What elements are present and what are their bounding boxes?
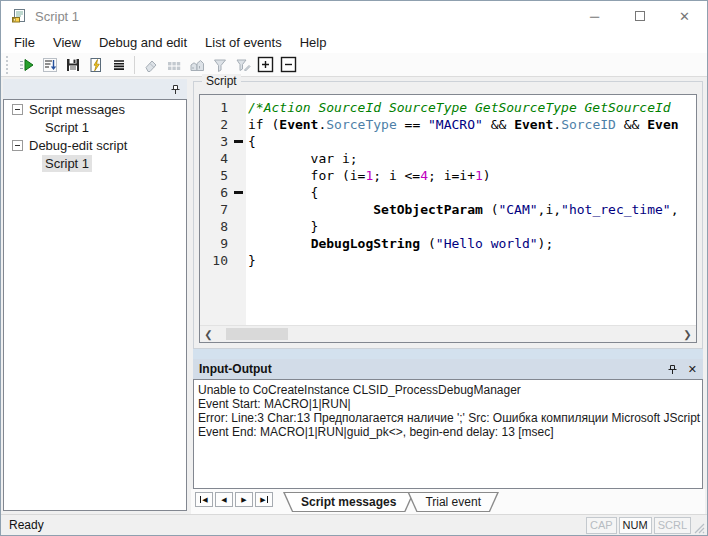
close-panel-icon[interactable]: ✕ bbox=[688, 364, 697, 375]
line-number: 7 bbox=[200, 201, 228, 218]
code-text: } bbox=[248, 218, 696, 235]
line-number: 4 bbox=[200, 150, 228, 167]
fold-margin bbox=[228, 116, 248, 133]
code-line[interactable]: 4 var i; bbox=[200, 150, 696, 167]
output-log[interactable]: Unable to CoCreateInstance CLSID_Process… bbox=[193, 379, 703, 489]
toolbar-grip[interactable] bbox=[6, 56, 11, 74]
code-editor[interactable]: 1/*Action SourceId SourceType GetSourceT… bbox=[199, 94, 697, 343]
fold-collapse-icon[interactable] bbox=[228, 133, 248, 150]
line-number: 9 bbox=[200, 235, 228, 252]
tab-script-messages[interactable]: Script messages bbox=[283, 492, 414, 512]
panel-splitter[interactable] bbox=[193, 349, 703, 359]
fold-margin bbox=[228, 201, 248, 218]
resize-grip-icon[interactable] bbox=[691, 517, 705, 534]
code-line[interactable]: 2if (Event.SorceType == "MACRO" && Event… bbox=[200, 116, 696, 133]
fold-margin bbox=[228, 167, 248, 184]
fold-margin bbox=[228, 99, 248, 116]
tree-item-script-1[interactable]: Script 1 bbox=[4, 154, 186, 172]
app-icon bbox=[11, 8, 27, 24]
pin-icon[interactable] bbox=[170, 84, 181, 95]
status-text: Ready bbox=[9, 518, 44, 532]
scroll-left-icon[interactable]: ❮ bbox=[200, 326, 217, 343]
code-text: /*Action SourceId SourceType GetSourceTy… bbox=[248, 99, 696, 116]
go-first-tab-button[interactable]: ◀ bbox=[195, 492, 213, 507]
go-next-tab-button[interactable]: ▶ bbox=[235, 492, 253, 507]
code-line[interactable]: 8 } bbox=[200, 218, 696, 235]
output-tabs: Script messagesTrial event bbox=[283, 492, 492, 512]
line-number: 1 bbox=[200, 99, 228, 116]
tree-item-script-1[interactable]: Script 1 bbox=[4, 118, 186, 136]
code-line[interactable]: 3{ bbox=[200, 133, 696, 150]
go-previous-tab-button[interactable]: ◀ bbox=[215, 492, 233, 507]
save-button[interactable] bbox=[61, 54, 84, 76]
status-indicators: CAPNUMSCRL bbox=[586, 517, 691, 534]
menu-item-list-of-events[interactable]: List of events bbox=[196, 33, 291, 52]
fold-margin bbox=[228, 235, 248, 252]
grid-button-disabled[interactable] bbox=[162, 54, 185, 76]
tree-item-debug-edit-script[interactable]: Debug-edit script bbox=[4, 136, 186, 154]
output-log-line: Event Start: MACRO|1|RUN| bbox=[198, 397, 698, 411]
line-number: 5 bbox=[200, 167, 228, 184]
maximize-button[interactable] bbox=[617, 1, 662, 31]
title-bar: Script 1 ─ ✕ bbox=[1, 1, 707, 31]
tab-trial-event[interactable]: Trial event bbox=[407, 492, 499, 512]
code-line[interactable]: 9 DebugLogString ("Hello world"); bbox=[200, 235, 696, 252]
menu-bar: FileViewDebug and editList of eventsHelp bbox=[1, 31, 707, 53]
menu-item-view[interactable]: View bbox=[44, 33, 90, 52]
run-script-button[interactable] bbox=[15, 54, 38, 76]
main-area: Script messagesScript 1Debug-edit script… bbox=[1, 77, 707, 514]
code-text: } bbox=[248, 252, 696, 269]
status-indicator-scrl: SCRL bbox=[654, 517, 691, 534]
fold-margin bbox=[228, 218, 248, 235]
status-indicator-cap: CAP bbox=[586, 517, 617, 534]
close-button[interactable]: ✕ bbox=[662, 1, 707, 31]
code-text: SetObjectParam ("CAM",i,"hot_rec_time", bbox=[248, 201, 696, 218]
list-lines-button[interactable] bbox=[107, 54, 130, 76]
fold-margin bbox=[228, 150, 248, 167]
fold-collapse-icon[interactable] bbox=[228, 184, 248, 201]
minimize-button[interactable]: ─ bbox=[572, 1, 617, 31]
code-text: for (i=1; i <=4; i=i+1) bbox=[248, 167, 696, 184]
menu-item-help[interactable]: Help bbox=[291, 33, 336, 52]
tree-expander-icon[interactable] bbox=[12, 140, 23, 151]
tree-item-label: Script 1 bbox=[42, 119, 92, 136]
line-number: 3 bbox=[200, 133, 228, 150]
output-tab-strip: ◀ ◀ ▶ ▶ Script messagesTrial event bbox=[191, 489, 705, 514]
code-line[interactable]: 5 for (i=1; i <=4; i=i+1) bbox=[200, 167, 696, 184]
building-button-disabled[interactable] bbox=[185, 54, 208, 76]
code-line[interactable]: 10} bbox=[200, 252, 696, 269]
go-last-tab-button[interactable]: ▶ bbox=[255, 492, 273, 507]
menu-item-file[interactable]: File bbox=[5, 33, 44, 52]
code-area[interactable]: 1/*Action SourceId SourceType GetSourceT… bbox=[200, 95, 696, 325]
code-text: if (Event.SorceType == "MACRO" && Event.… bbox=[248, 116, 696, 133]
pin-icon[interactable] bbox=[667, 364, 678, 375]
output-log-line: Event End: MACRO|1|RUN|guid_pk<>, begin-… bbox=[198, 425, 698, 439]
scroll-right-icon[interactable]: ❯ bbox=[679, 326, 696, 343]
execute-document-button[interactable] bbox=[84, 54, 107, 76]
menu-item-debug-and-edit[interactable]: Debug and edit bbox=[90, 33, 196, 52]
tree-expander-icon[interactable] bbox=[12, 104, 23, 115]
tree-item-label: Debug-edit script bbox=[29, 138, 127, 153]
output-panel-title: Input-Output bbox=[199, 362, 272, 376]
toolbar bbox=[1, 53, 707, 77]
code-line[interactable]: 7 SetObjectParam ("CAM",i,"hot_rec_time"… bbox=[200, 201, 696, 218]
tree-panel-header bbox=[3, 79, 187, 99]
script-tree: Script messagesScript 1Debug-edit script… bbox=[3, 99, 187, 511]
filter-button-disabled[interactable] bbox=[208, 54, 231, 76]
output-log-line: Error: Line:3 Char:13 Предполагается нал… bbox=[198, 411, 698, 425]
zoom-in-button[interactable] bbox=[254, 54, 277, 76]
app-window: Script 1 ─ ✕ FileViewDebug and editList … bbox=[0, 0, 708, 536]
zoom-out-button[interactable] bbox=[277, 54, 300, 76]
sort-list-button[interactable] bbox=[38, 54, 61, 76]
status-bar: Ready CAPNUMSCRL bbox=[1, 514, 707, 535]
output-panel-header: Input-Output ✕ bbox=[193, 359, 703, 379]
tree-item-script-messages[interactable]: Script messages bbox=[4, 100, 186, 118]
code-line[interactable]: 6 { bbox=[200, 184, 696, 201]
horizontal-scrollbar[interactable]: ❮ ❯ bbox=[200, 325, 696, 342]
filter-edit-button-disabled[interactable] bbox=[231, 54, 254, 76]
tab-label: Trial event bbox=[425, 495, 481, 509]
erase-button-disabled[interactable] bbox=[139, 54, 162, 76]
code-line[interactable]: 1/*Action SourceId SourceType GetSourceT… bbox=[200, 99, 696, 116]
scrollbar-thumb[interactable] bbox=[226, 328, 288, 340]
code-text: { bbox=[248, 184, 696, 201]
